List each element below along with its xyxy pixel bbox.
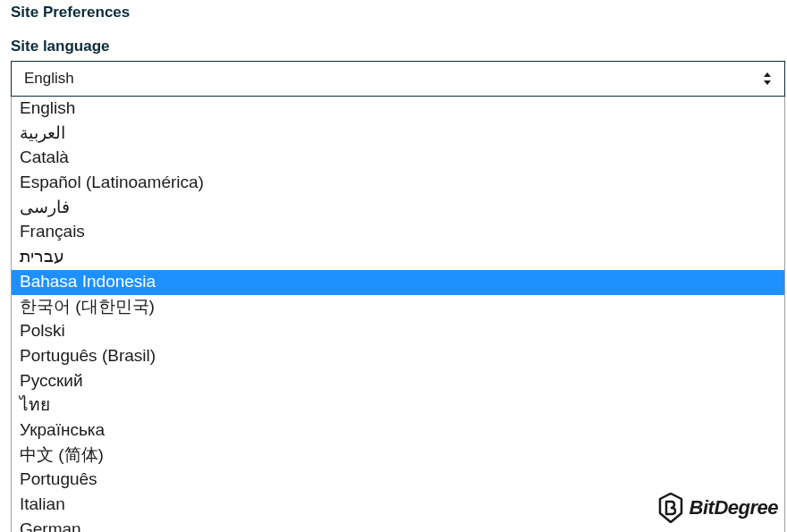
language-option[interactable]: 中文 (简体) [12, 443, 784, 469]
language-label: Site language [11, 38, 776, 55]
language-option[interactable]: فارسی [12, 196, 784, 221]
language-option[interactable]: English [12, 97, 784, 122]
language-option[interactable]: Polski [12, 319, 784, 344]
language-option[interactable]: Русский [12, 369, 784, 394]
language-option[interactable]: Português (Brasil) [12, 344, 784, 369]
language-option[interactable]: Español (Latinoamérica) [12, 171, 784, 196]
watermark-text: BitDegree [690, 496, 778, 519]
language-option[interactable]: العربية [12, 122, 784, 147]
bitdegree-logo-icon [657, 493, 684, 523]
sort-icon [763, 72, 772, 85]
language-option[interactable]: Català [12, 146, 784, 171]
language-option[interactable]: Português [12, 468, 784, 493]
language-option[interactable]: Українська [12, 418, 784, 443]
language-dropdown-list[interactable]: EnglishالعربيةCatalàEspañol (Latinoaméri… [11, 97, 785, 532]
language-select[interactable]: English [11, 61, 785, 97]
language-option[interactable]: ไทย [12, 393, 784, 418]
language-selected-value: English [24, 70, 74, 88]
language-option[interactable]: עברית [12, 245, 784, 270]
language-option[interactable]: Bahasa Indonesia [12, 270, 784, 295]
section-title: Site Preferences [11, 4, 776, 21]
language-option[interactable]: Français [12, 220, 784, 245]
watermark: BitDegree [657, 493, 778, 523]
language-option[interactable]: 한국어 (대한민국) [12, 295, 784, 320]
